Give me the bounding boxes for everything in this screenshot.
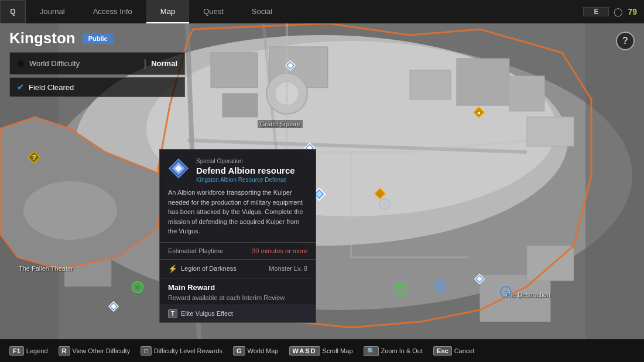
marker-fast-travel[interactable]: ✦ bbox=[499, 285, 512, 301]
world-difficulty-icon: ⚙ bbox=[17, 59, 25, 68]
marker-wheel[interactable] bbox=[434, 280, 447, 295]
marker-blue-3[interactable] bbox=[108, 301, 119, 314]
svg-point-40 bbox=[438, 284, 443, 288]
difficulty-separator: | bbox=[144, 57, 147, 70]
key-g: G bbox=[233, 346, 245, 356]
enemy-name: Legion of Darkness bbox=[181, 265, 237, 272]
svg-rect-6 bbox=[211, 53, 258, 88]
field-cleared-checkmark: ✔ bbox=[17, 82, 24, 92]
hint-legend-label: Legend bbox=[26, 347, 48, 354]
mission-playtime-row: Estimated Playtime 30 minutes or more bbox=[160, 243, 316, 260]
mission-type-icon bbox=[168, 158, 189, 179]
mission-type-label: Special Operation bbox=[196, 158, 307, 164]
tab-map[interactable]: Map bbox=[146, 0, 189, 23]
mission-header-text: Special Operation Defend Albion resource… bbox=[196, 158, 307, 183]
world-difficulty-label: World Difficulty bbox=[29, 59, 139, 68]
world-difficulty-bar[interactable]: ⚙ World Difficulty | Normal bbox=[9, 52, 185, 75]
field-cleared-bar: ✔ Field Cleared bbox=[9, 77, 185, 97]
public-badge: Public bbox=[83, 33, 114, 44]
hint-cancel: Esc Cancel bbox=[433, 346, 474, 356]
marker-question[interactable]: ? bbox=[27, 150, 41, 167]
key-zoom: 🔍 bbox=[364, 346, 379, 356]
key-esc: Esc bbox=[433, 346, 452, 356]
svg-rect-12 bbox=[457, 58, 509, 105]
svg-text:?: ? bbox=[32, 154, 36, 161]
mission-description: An Albion workforce transporting the Kui… bbox=[160, 188, 316, 243]
svg-point-32 bbox=[395, 284, 406, 294]
top-navigation: Q Journal Access Info Map Quest Social E… bbox=[0, 0, 644, 23]
clock-icon: ◯ bbox=[614, 7, 623, 16]
key-f1: F1 bbox=[9, 346, 24, 356]
key-wasd: WASD bbox=[289, 346, 320, 356]
mission-subtitle: Kingston Albion Resource Defense bbox=[196, 177, 307, 183]
svg-rect-14 bbox=[527, 117, 574, 146]
key-square: □ bbox=[141, 346, 152, 356]
tab-quest[interactable]: Quest bbox=[189, 0, 238, 23]
svg-rect-5 bbox=[585, 23, 644, 339]
marker-blue-4[interactable] bbox=[474, 274, 485, 287]
key-r: R bbox=[59, 346, 70, 356]
hint-view-difficulty[interactable]: R View Other Difficulty bbox=[59, 346, 131, 356]
svg-rect-8 bbox=[222, 94, 258, 117]
location-name: Kingston bbox=[9, 29, 76, 47]
reward-desc: Reward available at each Interim Review bbox=[168, 294, 307, 301]
energy-counter: 79 bbox=[628, 7, 637, 16]
tab-social[interactable]: Social bbox=[238, 0, 286, 23]
tab-access-info[interactable]: Access Info bbox=[79, 0, 146, 23]
svg-rect-15 bbox=[480, 275, 550, 322]
hint-world-map: G World Map bbox=[233, 346, 279, 356]
mission-reward-section: Main Reward Reward available at each Int… bbox=[160, 278, 316, 305]
hint-zoom-label: Zoom In & Out bbox=[381, 347, 423, 354]
enemy-icon: ⚡ bbox=[168, 264, 177, 273]
svg-point-19 bbox=[23, 181, 117, 240]
hint-scroll-map-label: Scroll Map bbox=[323, 347, 353, 354]
svg-point-31 bbox=[135, 284, 141, 290]
mission-effect-row: T Elite Vulgus Effect bbox=[160, 305, 316, 322]
hint-legend: F1 Legend bbox=[9, 346, 48, 356]
key-e-button[interactable]: E bbox=[583, 7, 609, 16]
topbar-right: E ◯ 79 bbox=[583, 0, 644, 23]
hint-difficulty-rewards: □ Difficulty Level Rewards bbox=[141, 346, 222, 356]
enemy-info: ⚡ Legion of Darkness bbox=[168, 264, 237, 273]
key-q-button[interactable]: Q bbox=[0, 0, 26, 23]
hint-world-map-label: World Map bbox=[248, 347, 279, 354]
effect-key-badge: T bbox=[168, 309, 177, 318]
hint-scroll-map: WASD Scroll Map bbox=[289, 346, 353, 356]
hint-difficulty-rewards-label: Difficulty Level Rewards bbox=[154, 347, 222, 354]
enemy-level: Monster Lv. 8 bbox=[269, 265, 307, 272]
svg-rect-11 bbox=[410, 70, 451, 99]
bottom-bar: F1 Legend R View Other Difficulty □ Diff… bbox=[0, 340, 644, 362]
svg-text:●: ● bbox=[477, 109, 481, 116]
left-panel: Kingston Public ⚙ World Difficulty | Nor… bbox=[9, 29, 185, 97]
svg-text:⚙: ⚙ bbox=[382, 201, 388, 208]
fallen-theater-label: The Fallen Theater bbox=[19, 265, 73, 272]
mission-card-header: Special Operation Defend Albion resource… bbox=[160, 150, 316, 188]
svg-point-33 bbox=[398, 286, 403, 292]
help-button[interactable]: ? bbox=[616, 32, 635, 50]
marker-green-2[interactable] bbox=[394, 282, 407, 298]
grand-square-label: Grand Square bbox=[258, 120, 303, 128]
hint-zoom: 🔍 Zoom In & Out bbox=[364, 346, 423, 356]
marker-group[interactable]: ⚙ bbox=[378, 198, 391, 213]
playtime-value: 30 minutes or more bbox=[252, 247, 307, 254]
world-difficulty-value: Normal bbox=[151, 59, 177, 68]
effect-label: Elite Vulgus Effect bbox=[181, 310, 233, 317]
svg-point-30 bbox=[132, 282, 143, 292]
svg-rect-13 bbox=[509, 76, 544, 111]
mission-enemy-row: ⚡ Legion of Darkness Monster Lv. 8 bbox=[160, 260, 316, 278]
playtime-label: Estimated Playtime bbox=[168, 247, 223, 254]
hint-cancel-label: Cancel bbox=[454, 347, 474, 354]
reward-title: Main Reward bbox=[168, 283, 307, 292]
marker-orange-1[interactable]: ● bbox=[472, 106, 485, 121]
mission-name: Defend Albion resource bbox=[196, 166, 307, 175]
location-header: Kingston Public bbox=[9, 29, 185, 47]
field-cleared-label: Field Cleared bbox=[29, 83, 74, 92]
marker-blue-1[interactable] bbox=[285, 60, 296, 74]
svg-text:✦: ✦ bbox=[503, 288, 509, 295]
mission-card: Special Operation Defend Albion resource… bbox=[159, 149, 316, 323]
hint-view-difficulty-label: View Other Difficulty bbox=[73, 347, 131, 354]
marker-green-1[interactable] bbox=[131, 281, 144, 296]
tab-journal[interactable]: Journal bbox=[26, 0, 79, 23]
